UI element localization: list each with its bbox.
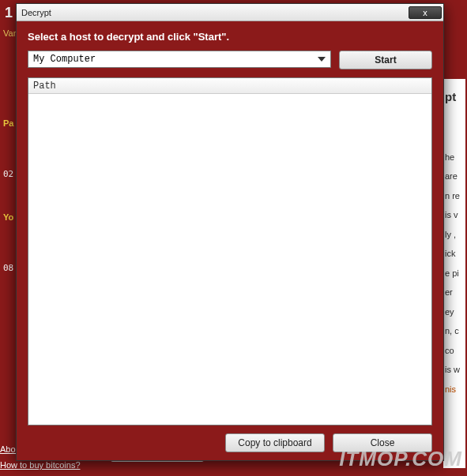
path-listview[interactable]: Path bbox=[28, 77, 432, 425]
path-list-body bbox=[28, 94, 431, 425]
chevron-down-icon bbox=[318, 57, 326, 62]
titlebar-close-button[interactable]: x bbox=[409, 6, 442, 19]
path-column-header[interactable]: Path bbox=[28, 78, 431, 94]
copy-to-clipboard-button[interactable]: Copy to clipboard bbox=[225, 433, 325, 452]
dialog-title: Decrypt bbox=[21, 8, 409, 17]
start-button[interactable]: Start bbox=[339, 51, 432, 69]
bg-pt: pt bbox=[445, 88, 464, 107]
dialog-body: Select a host to decrypt and click "Star… bbox=[17, 21, 443, 460]
host-combobox[interactable]: My Computer bbox=[28, 51, 331, 68]
howto-link[interactable]: How to buy bitcoins? bbox=[0, 460, 81, 470]
bg-right-panel: pt he are n re is v ly , ick e pi er ey … bbox=[443, 79, 465, 468]
watermark-text: ITMOP.COM bbox=[339, 447, 462, 471]
decrypt-dialog: Decrypt x Select a host to decrypt and c… bbox=[16, 3, 444, 461]
dialog-titlebar[interactable]: Decrypt x bbox=[17, 4, 443, 21]
instruction-text: Select a host to decrypt and click "Star… bbox=[28, 31, 432, 43]
host-selected-value: My Computer bbox=[33, 54, 318, 65]
